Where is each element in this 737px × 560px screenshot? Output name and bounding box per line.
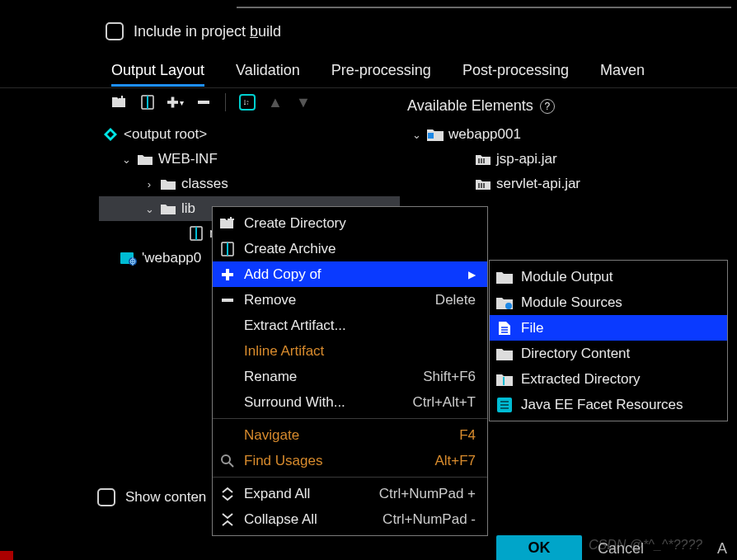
menu-surround-with[interactable]: Surround With... Ctrl+Alt+T <box>213 389 487 415</box>
svg-point-31 <box>505 303 512 309</box>
blank-icon <box>219 369 236 385</box>
tab-pre-processing[interactable]: Pre-processing <box>331 62 431 87</box>
include-label-hotkey: b <box>250 23 258 40</box>
menu-separator <box>213 418 487 419</box>
submenu-module-output[interactable]: Module Output <box>490 264 727 289</box>
include-in-build-row[interactable]: Include in project build <box>106 22 281 40</box>
svg-line-30 <box>229 463 233 467</box>
tree-web-inf[interactable]: ⌄ WEB-INF <box>99 147 400 172</box>
chevron-down-icon[interactable]: ⌄ <box>143 203 155 215</box>
tree-label: servlet-api.jar <box>496 176 580 192</box>
blank-icon <box>219 318 236 334</box>
ok-button[interactable]: OK <box>496 535 582 560</box>
available-elements-header: Available Elements ? <box>407 97 555 115</box>
tree-jsp-api[interactable]: jsp-api.jar <box>407 147 721 172</box>
show-content-checkbox[interactable] <box>97 488 115 506</box>
available-elements-label: Available Elements <box>407 97 533 115</box>
tab-maven[interactable]: Maven <box>600 62 645 87</box>
expand-all-icon <box>219 486 236 502</box>
create-archive-icon[interactable] <box>139 94 156 111</box>
show-content-row[interactable]: Show conten <box>97 488 206 506</box>
module-folder-icon <box>496 269 513 285</box>
folder-icon <box>137 151 153 167</box>
module-folder-icon <box>427 126 444 143</box>
tab-output-layout[interactable]: Output Layout <box>111 62 204 87</box>
submenu-extracted-directory[interactable]: Extracted Directory <box>490 366 727 392</box>
menu-create-archive[interactable]: Create Archive <box>213 236 487 261</box>
help-icon[interactable]: ? <box>540 99 555 114</box>
menu-label: Remove <box>244 292 427 308</box>
apply-button[interactable]: A <box>717 540 727 558</box>
menu-label: Extract Artifact... <box>244 318 476 334</box>
create-directory-icon[interactable] <box>111 94 128 111</box>
tab-post-processing[interactable]: Post-processing <box>462 62 569 87</box>
tab-validation[interactable]: Validation <box>236 62 300 87</box>
menu-extract-artifact[interactable]: Extract Artifact... <box>213 313 487 338</box>
submenu-module-sources[interactable]: Module Sources <box>490 289 727 315</box>
sort-alpha-icon[interactable]: az <box>239 94 256 111</box>
menu-label: Add Copy of <box>244 266 460 283</box>
collapse-all-icon <box>219 511 236 528</box>
menu-shortcut: F4 <box>459 427 476 444</box>
menu-label: Collapse All <box>244 511 374 528</box>
menu-label: Surround With... <box>244 394 404 411</box>
create-directory-icon <box>219 215 236 232</box>
menu-label: Rename <box>244 369 415 385</box>
menu-label: Create Archive <box>244 241 476 257</box>
library-folder-icon <box>475 151 491 167</box>
menu-rename[interactable]: Rename Shift+F6 <box>213 364 487 389</box>
tree-output-root[interactable]: <output root> <box>99 122 400 147</box>
chevron-down-icon[interactable]: ⌄ <box>120 153 132 166</box>
move-up-icon[interactable]: ▲ <box>267 94 284 111</box>
include-label-post: uild <box>258 23 281 40</box>
menu-label: Inline Artifact <box>244 343 476 360</box>
menu-collapse-all[interactable]: Collapse All Ctrl+NumPad - <box>213 506 487 532</box>
tree-classes[interactable]: › classes <box>99 172 400 196</box>
menu-remove[interactable]: Remove Delete <box>213 287 487 313</box>
move-down-icon[interactable]: ▼ <box>295 94 312 111</box>
artifact-root-icon <box>102 126 119 143</box>
menu-label: Java EE Facet Resources <box>521 397 716 413</box>
svg-rect-19 <box>478 183 480 188</box>
submenu-file[interactable]: File <box>490 315 727 341</box>
add-copy-dropdown-icon[interactable]: ▾ <box>167 94 184 111</box>
svg-rect-32 <box>503 377 505 385</box>
menu-shortcut: Delete <box>435 292 476 308</box>
include-checkbox[interactable] <box>106 22 124 40</box>
menu-add-copy-of[interactable]: Add Copy of ▶ <box>213 261 487 287</box>
svg-rect-12 <box>195 227 197 240</box>
svg-rect-6 <box>198 101 209 104</box>
chevron-right-icon[interactable]: › <box>143 178 155 191</box>
include-label-pre: Include in project <box>134 23 250 40</box>
svg-rect-21 <box>483 183 485 188</box>
menu-expand-all[interactable]: Expand All Ctrl+NumPad + <box>213 481 487 506</box>
svg-rect-28 <box>222 299 233 302</box>
remove-icon[interactable] <box>195 94 212 111</box>
menu-label: Extracted Directory <box>521 371 716 388</box>
archive-icon <box>219 241 236 257</box>
tree-servlet-api[interactable]: servlet-api.jar <box>407 172 721 196</box>
chevron-down-icon[interactable]: ⌄ <box>411 129 422 141</box>
cancel-button[interactable]: Cancel <box>598 540 644 558</box>
available-elements-tree[interactable]: ⌄ webapp001 jsp-api.jar servlet-api.jar <box>407 122 721 196</box>
red-corner-marker <box>0 551 13 560</box>
library-folder-icon <box>475 176 491 192</box>
tree-label: WEB-INF <box>158 151 218 167</box>
menu-shortcut: Ctrl+Alt+T <box>412 394 476 411</box>
menu-create-directory[interactable]: Create Directory <box>213 210 487 236</box>
menu-label: Module Sources <box>521 294 716 311</box>
add-copy-submenu: Module Output Module Sources File Direct… <box>489 260 728 421</box>
blank-icon <box>219 427 236 444</box>
minus-icon <box>219 292 236 308</box>
svg-rect-23 <box>228 219 234 220</box>
submenu-directory-content[interactable]: Directory Content <box>490 341 727 366</box>
blank-icon <box>219 394 236 411</box>
web-resource-icon <box>120 250 137 266</box>
tree-label: lib <box>181 200 195 217</box>
tree-project[interactable]: ⌄ webapp001 <box>407 122 721 147</box>
extracted-dir-icon <box>496 371 513 388</box>
submenu-java-ee-facet[interactable]: Java EE Facet Resources <box>490 392 727 417</box>
svg-rect-18 <box>483 158 485 163</box>
menu-find-usages: Find Usages Alt+F7 <box>213 448 487 473</box>
menu-label: Expand All <box>244 486 371 502</box>
